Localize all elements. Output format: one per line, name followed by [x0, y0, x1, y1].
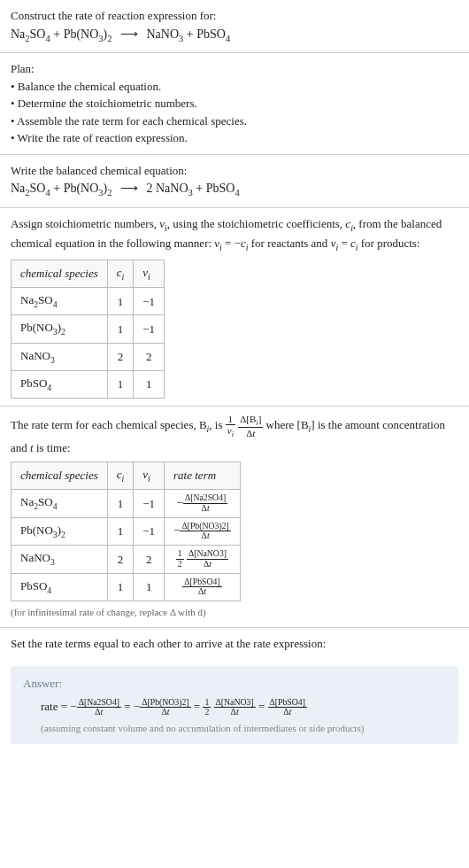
table-header-row: chemical species ci νi [12, 260, 165, 288]
table-header: νi [134, 260, 165, 288]
plan-list: Balance the chemical equation. Determine… [11, 78, 458, 147]
table-row: Na2SO4 1 −1 −Δ[Na2SO4]Δt [12, 490, 241, 517]
prompt-section: Construct the rate of reaction expressio… [0, 0, 469, 52]
stoich-table: chemical species ci νi Na2SO41−1 Pb(NO3)… [11, 260, 165, 399]
rate-term-cell: −Δ[Na2SO4]Δt [165, 490, 241, 517]
setequal-section: Set the rate terms equal to each other t… [0, 628, 469, 660]
table-header: ci [107, 260, 134, 288]
table-header: rate term [165, 462, 241, 490]
rateterm-table: chemical species ci νi rate term Na2SO4 … [11, 461, 241, 601]
arrow-icon: ⟶ [120, 25, 138, 43]
table-row: PbSO4 1 1 Δ[PbSO4]Δt [12, 573, 241, 601]
table-header: ci [107, 462, 134, 490]
table-header: chemical species [12, 462, 108, 490]
table-row: NaNO3 2 2 12 Δ[NaNO3]Δt [12, 546, 241, 573]
table-row: Na2SO41−1 [12, 288, 165, 315]
assign-section: Assign stoichiometric numbers, νi, using… [0, 208, 469, 407]
answer-box: Answer: rate = −Δ[Na2SO4]Δt = −Δ[Pb(NO3)… [11, 666, 458, 744]
plan-title: Plan: [11, 60, 458, 78]
fraction: 1νi [226, 414, 235, 438]
species-cell: PbSO4 [12, 573, 108, 601]
species-cell: Na2SO4 [12, 288, 108, 315]
answer-assumption: (assuming constant volume and no accumul… [23, 721, 446, 736]
rate-term-cell: Δ[PbSO4]Δt [165, 573, 241, 601]
rate-term-cell: −Δ[Pb(NO3)2]Δt [165, 517, 241, 545]
plan-item: Write the rate of reaction expression. [11, 129, 458, 147]
rateterm-section: The rate term for each chemical species,… [0, 407, 469, 626]
plan-item: Balance the chemical equation. [11, 78, 458, 96]
species-cell: Pb(NO3)2 [12, 315, 108, 343]
fraction: Δ[Bi]Δt [238, 414, 263, 438]
rateterm-text: The rate term for each chemical species,… [11, 414, 458, 456]
plan-item: Determine the stoichiometric numbers. [11, 95, 458, 112]
plan-item: Assemble the rate term for each chemical… [11, 112, 458, 130]
species-cell: PbSO4 [12, 370, 108, 398]
rate-term-cell: 12 Δ[NaNO3]Δt [165, 546, 241, 573]
balanced-section: Write the balanced chemical equation: Na… [0, 155, 469, 207]
table-header: νi [134, 462, 165, 490]
assign-text: Assign stoichiometric numbers, νi, using… [11, 215, 458, 254]
plan-section: Plan: Balance the chemical equation. Det… [0, 53, 469, 154]
species-cell: Na2SO4 [12, 490, 108, 517]
unbalanced-equation: Na2SO4 + Pb(NO3)2 ⟶ NaNO3 + PbSO4 [11, 25, 458, 46]
table-row: Pb(NO3)21−1 [12, 315, 165, 343]
answer-expression: rate = −Δ[Na2SO4]Δt = −Δ[Pb(NO3)2]Δt = 1… [23, 698, 446, 717]
table-header: chemical species [12, 260, 108, 288]
table-header-row: chemical species ci νi rate term [12, 462, 241, 490]
species-cell: Pb(NO3)2 [12, 517, 108, 545]
balanced-equation: Na2SO4 + Pb(NO3)2 ⟶ 2 NaNO3 + PbSO4 [11, 179, 458, 200]
prompt-title: Construct the rate of reaction expressio… [11, 7, 458, 25]
table-row: Pb(NO3)2 1 −1 −Δ[Pb(NO3)2]Δt [12, 517, 241, 545]
arrow-icon: ⟶ [120, 179, 138, 198]
balanced-title: Write the balanced chemical equation: [11, 162, 458, 180]
infinitesimal-note: (for infinitesimal rate of change, repla… [11, 605, 458, 620]
setequal-text: Set the rate terms equal to each other t… [11, 635, 458, 653]
species-cell: NaNO3 [12, 546, 108, 573]
answer-label: Answer: [23, 675, 446, 693]
table-row: PbSO411 [12, 370, 165, 398]
table-row: NaNO322 [12, 343, 165, 370]
species-cell: NaNO3 [12, 343, 108, 370]
